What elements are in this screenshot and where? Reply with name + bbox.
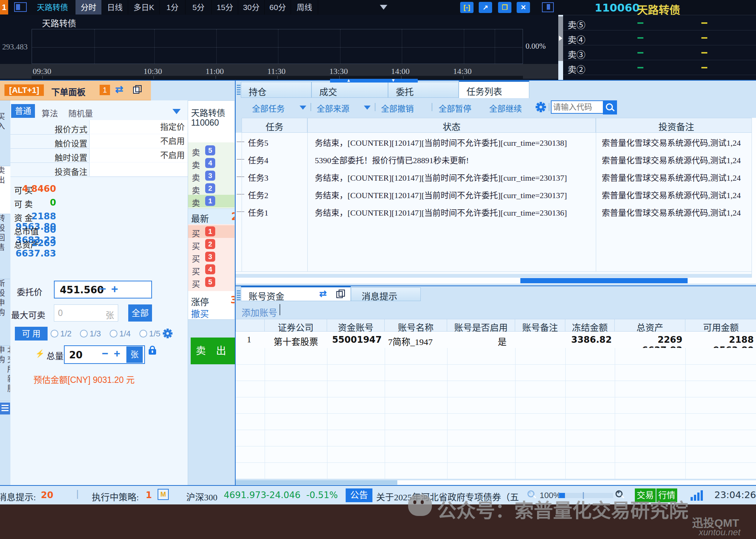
mode-tab-random[interactable]: 随机量 — [68, 107, 93, 119]
qty-unit-button[interactable]: 张 — [126, 346, 143, 363]
mode-tab-algo[interactable]: 算法 — [42, 107, 58, 119]
swap-panel-icon[interactable]: ⇄ — [115, 84, 123, 95]
panel-drag-grip[interactable] — [236, 84, 241, 96]
scroll-up-marker-icon[interactable]: ▲ — [346, 78, 351, 83]
ask-row-2[interactable]: 卖② — [563, 60, 756, 75]
ladder-sell-1[interactable]: 卖1 — [188, 195, 235, 207]
ask-row-5[interactable]: 卖⑤ — [563, 15, 756, 30]
add-account-link[interactable]: 添加账号 — [242, 306, 277, 319]
tab-5min[interactable]: 5分 — [185, 0, 212, 14]
col-total-asset[interactable]: 总资产 — [615, 319, 685, 332]
tab-multiday[interactable]: 多日K — [128, 0, 160, 14]
side-tab-buy[interactable]: 买入 — [0, 112, 10, 166]
task-row[interactable]: —任务2务结束，[COUNTER][120147][当前时间不允许委托][cur… — [236, 185, 756, 203]
mode-dropdown-icon[interactable] — [172, 109, 181, 114]
field-trigger-price[interactable]: 触价设置不启用 — [10, 134, 188, 149]
qty-input[interactable]: 20 − + 张 — [64, 345, 145, 364]
col-fund-account[interactable]: 资金账号 — [327, 319, 385, 332]
filter-all-sources[interactable]: 全部来源 — [317, 102, 349, 114]
field-trigger-time[interactable]: 触时设置不启用 — [10, 148, 188, 163]
col-status[interactable]: 状态 — [307, 118, 596, 133]
ask-row-4[interactable]: 卖④ — [563, 30, 756, 45]
account-row[interactable]: 1 第十套股票 55001947 7简称_1947 是 3386.82 2269… — [236, 332, 756, 348]
ladder-buy-3[interactable]: 买3 — [188, 251, 235, 263]
qty-lock-icon[interactable] — [149, 345, 156, 356]
ratio-radio-third[interactable] — [80, 330, 88, 338]
account-hscroll-thumb[interactable] — [236, 480, 397, 485]
side-tab-bse-ipo[interactable]: 北交所新股申购 — [0, 346, 10, 401]
swap-panel-icon[interactable]: ⇄ — [319, 288, 327, 299]
tab-30min[interactable]: 30分 — [238, 0, 265, 14]
scroll-down-marker-icon[interactable]: ▼ — [391, 78, 395, 83]
col-account-note[interactable]: 账号备注 — [515, 319, 565, 332]
ratio-radio-half[interactable] — [51, 330, 58, 338]
task-hscrollbar[interactable] — [236, 278, 756, 284]
tab-orders[interactable]: 委托 — [388, 82, 459, 98]
qty-minus-icon[interactable]: − — [102, 347, 109, 360]
popout-window-icon[interactable]: ↗ — [479, 2, 492, 13]
popout-panel-icon[interactable] — [133, 87, 139, 95]
pause-all-button[interactable]: 全部暂停 — [439, 102, 471, 114]
side-menu-icon[interactable] — [0, 403, 10, 414]
ladder-buy-5[interactable]: 买5 — [188, 276, 235, 288]
tab-daily[interactable]: 日线 — [102, 0, 128, 14]
task-row[interactable]: —任务45390全部委托！报价行情已28891秒未更新!索普量化雪球交易系统源代… — [236, 150, 756, 168]
account-hscrollbar[interactable] — [236, 480, 756, 485]
task-vscrollbar[interactable] — [752, 118, 756, 278]
ratio-settings-gear-icon[interactable] — [162, 328, 173, 339]
chart-scrollbar[interactable]: ▲ ▼ — [330, 79, 418, 83]
strategy-icon[interactable]: M — [158, 489, 169, 500]
tab-60min[interactable]: 60分 — [265, 0, 291, 14]
announcement-button[interactable]: 公告 — [346, 488, 372, 502]
mode-tab-normal[interactable]: 普通 — [11, 104, 35, 118]
col-broker[interactable]: 证券公司 — [265, 319, 327, 332]
ask-row-3[interactable]: 卖③ — [563, 45, 756, 60]
col-account-name[interactable]: 账号名称 — [385, 319, 447, 332]
ratio-radio-quarter[interactable] — [110, 330, 117, 338]
price-input[interactable]: 451.560 − + — [54, 281, 152, 298]
tab-fills[interactable]: 成交 — [311, 82, 388, 98]
duplicate-window-icon[interactable]: ❐ — [498, 2, 511, 13]
split-window-icon[interactable]: [-] — [460, 2, 474, 13]
ladder-buy-4[interactable]: 买4 — [188, 263, 235, 276]
col-frozen[interactable]: 冻结金额 — [565, 319, 615, 332]
tab-instrument[interactable]: 天路转债 — [30, 0, 75, 14]
resume-all-button[interactable]: 全部继续 — [489, 102, 522, 114]
col-available[interactable]: 可用金额 — [685, 319, 756, 332]
close-window-icon[interactable]: ✕ — [517, 2, 530, 13]
search-button[interactable] — [603, 100, 617, 114]
ladder-sell-3[interactable]: 卖3 — [188, 170, 235, 182]
maxsell-input[interactable]: 0 张 — [54, 304, 118, 322]
order-panel-header[interactable]: [ALT+1] 下单面板 1 ⇄ — [0, 81, 151, 100]
ladder-buy-1[interactable]: 买1 — [188, 225, 235, 238]
sell-submit-button[interactable]: 卖 出 — [191, 338, 235, 364]
cancel-all-button[interactable]: 全部撤销 — [381, 102, 414, 114]
ratio-radio-fifth[interactable] — [139, 330, 147, 338]
ladder-sell-2[interactable]: 卖2 — [188, 182, 235, 195]
tab-15min[interactable]: 15分 — [212, 0, 238, 14]
task-row[interactable]: —任务3务结束，[COUNTER][120147][当前时间不允许委托][cur… — [236, 168, 756, 185]
col-task[interactable]: 任务 — [242, 118, 307, 133]
all-button[interactable]: 全部 — [128, 304, 152, 322]
task-hscroll-thumb[interactable] — [520, 278, 688, 283]
task-row[interactable]: —任务1务结束，[COUNTER][120147][当前时间不允许委托][cur… — [236, 203, 756, 220]
tab-fenshi[interactable]: 分时 — [75, 0, 102, 14]
col-note[interactable]: 投资备注 — [596, 118, 756, 133]
ladder-buy-2[interactable]: 买2 — [188, 238, 235, 251]
tab-1min[interactable]: 1分 — [160, 0, 185, 14]
col-enabled[interactable]: 账号是否启用 — [447, 319, 515, 332]
price-plus-icon[interactable]: + — [111, 282, 118, 296]
filter-all-tasks[interactable]: 全部任务 — [252, 102, 285, 114]
period-dropdown-icon[interactable] — [380, 5, 387, 10]
intraday-chart[interactable]: 天路转债 293.483 0.00% 09:30 10:30 11:00 11:… — [0, 15, 558, 80]
task-row[interactable]: —任务5务结束，[COUNTER][120147][当前时间不允许委托][cur… — [236, 133, 756, 151]
qty-plus-icon[interactable]: + — [114, 347, 120, 360]
ladder-sell-4[interactable]: 卖4 — [188, 157, 235, 170]
code-search-input[interactable] — [551, 100, 604, 114]
task-settings-gear-icon[interactable] — [535, 101, 546, 113]
price-minus-icon[interactable]: − — [99, 282, 106, 296]
panel-drag-grip[interactable] — [236, 289, 241, 301]
tab-account-funds[interactable]: 账号资金 ⇄ — [241, 286, 351, 301]
filter-tasks-dropdown-icon[interactable] — [300, 106, 306, 110]
tab-messages[interactable]: 消息提示 — [351, 287, 421, 301]
